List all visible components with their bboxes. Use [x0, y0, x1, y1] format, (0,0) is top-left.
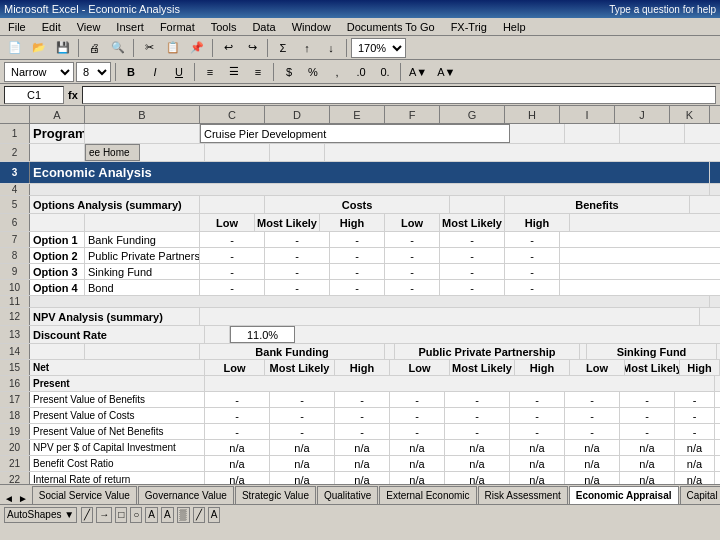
pvc-ml[interactable]: -: [270, 408, 335, 423]
opt3-ben-high[interactable]: -: [505, 264, 560, 279]
cell-e1[interactable]: [510, 124, 565, 143]
pvn-high3[interactable]: -: [675, 424, 715, 439]
cell-d2[interactable]: [205, 144, 270, 161]
opt1-ben-low[interactable]: -: [385, 232, 440, 247]
opt2-cost-ml[interactable]: -: [265, 248, 330, 263]
opt1-cost-low[interactable]: -: [200, 232, 265, 247]
print-btn[interactable]: 🖨: [83, 37, 105, 59]
pvc-low3[interactable]: -: [565, 408, 620, 423]
col-e-header[interactable]: E: [330, 106, 385, 123]
npc-high2[interactable]: n/a: [510, 440, 565, 455]
col-h-header[interactable]: H: [505, 106, 560, 123]
menu-format[interactable]: Format: [156, 21, 199, 33]
tab-economic-appraisal[interactable]: Economic Appraisal: [569, 486, 679, 504]
pvb-low[interactable]: -: [205, 392, 270, 407]
bcr-ml[interactable]: n/a: [270, 456, 335, 471]
npc-high3[interactable]: n/a: [675, 440, 715, 455]
bcr-low[interactable]: n/a: [205, 456, 270, 471]
cell-a6[interactable]: [30, 214, 85, 231]
percent-btn[interactable]: %: [302, 61, 324, 83]
menu-edit[interactable]: Edit: [38, 21, 65, 33]
decrease-decimal-btn[interactable]: 0.: [374, 61, 396, 83]
pvb-ml[interactable]: -: [270, 392, 335, 407]
npc-low2[interactable]: n/a: [390, 440, 445, 455]
tab-governance[interactable]: Governance Value: [138, 486, 234, 504]
cell-b1[interactable]: [85, 124, 200, 143]
pvn-high2[interactable]: -: [510, 424, 565, 439]
pvn-low[interactable]: -: [205, 424, 270, 439]
cell-c5[interactable]: [200, 196, 265, 213]
align-center-btn[interactable]: ☰: [223, 61, 245, 83]
cell-b14[interactable]: [85, 344, 200, 359]
font-color-btn[interactable]: A▼: [433, 61, 459, 83]
col-c-header[interactable]: C: [200, 106, 265, 123]
opt3-cost-high[interactable]: -: [330, 264, 385, 279]
fill-btn[interactable]: ▒: [177, 507, 190, 523]
opt2-cost-low[interactable]: -: [200, 248, 265, 263]
pvn-ml2[interactable]: -: [445, 424, 510, 439]
font-size-select[interactable]: 8: [76, 62, 111, 82]
fill-color-btn[interactable]: A▼: [405, 61, 431, 83]
rect-btn[interactable]: □: [115, 507, 127, 523]
npc-ml2[interactable]: n/a: [445, 440, 510, 455]
tab-nav-right[interactable]: ►: [18, 493, 28, 504]
pvb-ml2[interactable]: -: [445, 392, 510, 407]
pvb-high3[interactable]: -: [675, 392, 715, 407]
cell-a2[interactable]: [30, 144, 85, 161]
pvn-low3[interactable]: -: [565, 424, 620, 439]
pvc-high3[interactable]: -: [675, 408, 715, 423]
menu-fxtrig[interactable]: FX-Trig: [447, 21, 491, 33]
open-btn[interactable]: 📂: [28, 37, 50, 59]
bcr-high[interactable]: n/a: [335, 456, 390, 471]
line-btn[interactable]: ╱: [81, 507, 93, 523]
opt4-ben-low[interactable]: -: [385, 280, 440, 295]
cell-e5[interactable]: [450, 196, 505, 213]
cell-f1[interactable]: [565, 124, 620, 143]
pvb-high2[interactable]: -: [510, 392, 565, 407]
bcr-low2[interactable]: n/a: [390, 456, 445, 471]
bcr-high3[interactable]: n/a: [675, 456, 715, 471]
irr-high2[interactable]: n/a: [510, 472, 565, 484]
opt2-ben-ml[interactable]: -: [440, 248, 505, 263]
name-box[interactable]: [4, 86, 64, 104]
irr-high[interactable]: n/a: [335, 472, 390, 484]
opt4-cost-low[interactable]: -: [200, 280, 265, 295]
irr-high3[interactable]: n/a: [675, 472, 715, 484]
pvb-high[interactable]: -: [335, 392, 390, 407]
opt4-ben-high[interactable]: -: [505, 280, 560, 295]
opt3-cost-ml[interactable]: -: [265, 264, 330, 279]
opt4-cost-high[interactable]: -: [330, 280, 385, 295]
pvb-low2[interactable]: -: [390, 392, 445, 407]
preview-btn[interactable]: 🔍: [107, 37, 129, 59]
npc-low3[interactable]: n/a: [565, 440, 620, 455]
autoshapes-btn[interactable]: AutoShapes ▼: [4, 507, 77, 523]
menu-insert[interactable]: Insert: [112, 21, 148, 33]
paste-btn[interactable]: 📌: [186, 37, 208, 59]
opt1-cost-high[interactable]: -: [330, 232, 385, 247]
menu-documents[interactable]: Documents To Go: [343, 21, 439, 33]
pvc-high[interactable]: -: [335, 408, 390, 423]
opt3-ben-ml[interactable]: -: [440, 264, 505, 279]
line-color-btn[interactable]: ╱: [193, 507, 205, 523]
menu-data[interactable]: Data: [248, 21, 279, 33]
pvc-ml2[interactable]: -: [445, 408, 510, 423]
cell-b6[interactable]: [85, 214, 200, 231]
pvn-high[interactable]: -: [335, 424, 390, 439]
cell-a4[interactable]: [30, 184, 710, 195]
irr-ml3[interactable]: n/a: [620, 472, 675, 484]
cell-a14[interactable]: [30, 344, 85, 359]
sort-asc-btn[interactable]: ↑: [296, 37, 318, 59]
pvb-ml3[interactable]: -: [620, 392, 675, 407]
cell-c12[interactable]: [200, 308, 700, 325]
cell-c2[interactable]: [140, 144, 205, 161]
pvc-low2[interactable]: -: [390, 408, 445, 423]
formula-input[interactable]: [82, 86, 716, 104]
pvc-low[interactable]: -: [205, 408, 270, 423]
bcr-ml3[interactable]: n/a: [620, 456, 675, 471]
tab-external-economic[interactable]: External Economic: [379, 486, 476, 504]
opt2-cost-high[interactable]: -: [330, 248, 385, 263]
opt1-cost-ml[interactable]: -: [265, 232, 330, 247]
col-k-header[interactable]: K: [670, 106, 710, 123]
tab-nav-left[interactable]: ◄: [4, 493, 14, 504]
cell-e2[interactable]: [270, 144, 325, 161]
